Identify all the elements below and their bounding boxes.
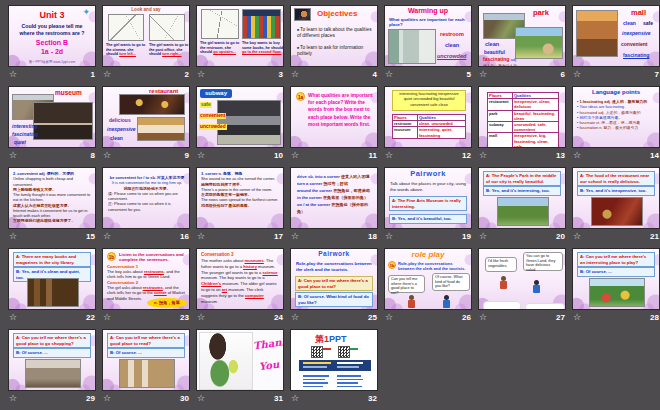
transition-star-icon[interactable]: ☆: [9, 70, 17, 79]
transition-star-icon[interactable]: ☆: [9, 394, 17, 403]
slide-title: role play: [385, 250, 471, 259]
slide-thumbnail-3[interactable]: The girl wants to go to the restroom, sh…: [196, 5, 284, 67]
slide-thumbnail-31[interactable]: Thank You: [196, 329, 284, 391]
phrase-line: in the corner 在角落里（指里面的角）: [297, 195, 375, 202]
caption-left: The girl wants to go to the cinema, she …: [106, 43, 146, 57]
transition-star-icon[interactable]: ☆: [197, 394, 205, 403]
transition-star-icon[interactable]: ☆: [291, 151, 299, 160]
restaurant-photo-1: [119, 94, 185, 115]
slide-number: 6: [561, 70, 565, 79]
slide-thumbnail-1[interactable]: ✦ Unit 3 Could you please tell me where …: [8, 5, 96, 67]
slide-cell-7: mall clean safe inexpensive convenient f…: [572, 5, 660, 81]
transition-star-icon[interactable]: ☆: [479, 313, 487, 322]
transition-star-icon[interactable]: ☆: [385, 232, 393, 241]
transition-star-icon[interactable]: ☆: [573, 232, 581, 241]
slide-number: 22: [86, 313, 95, 322]
slide-thumbnail-11[interactable]: 1a What qualities are important for each…: [290, 86, 378, 148]
slide-thumbnail-12[interactable]: interesting fascinating inexpensive quie…: [384, 86, 472, 148]
transition-star-icon[interactable]: ☆: [103, 151, 111, 160]
slide-thumbnail-16[interactable]: be convenient for / to sb. 对某人来说方便 It is…: [102, 167, 190, 229]
slide-thumbnail-26[interactable]: role play 1b Role-play the conversations…: [384, 248, 472, 310]
slide-cell-17: 3. corner n. 角落，拐角 She waved to me as sh…: [196, 167, 284, 243]
slide-thumbnail-32[interactable]: 第1PPT: [290, 329, 378, 391]
link-text-bar: [337, 382, 358, 384]
phrase-line: around the corner 在拐角处，即将来临: [297, 188, 375, 195]
transition-star-icon[interactable]: ☆: [479, 232, 487, 241]
slide-thumbnail-22[interactable]: A: There are many books and magazines in…: [8, 248, 96, 310]
slide-thumbnail-27[interactable]: I'd like fresh vegetables. You can go to…: [478, 248, 566, 310]
transition-star-icon[interactable]: ☆: [385, 313, 393, 322]
slide-thumbnail-9[interactable]: restaurant delicious inexpensive clean: [102, 86, 190, 148]
transition-star-icon[interactable]: ☆: [291, 394, 299, 403]
slide-thumbnail-23[interactable]: 1b Listen to the conversations and compl…: [102, 248, 190, 310]
phrase-line: turn a corner 拐过弯；好转: [297, 181, 375, 188]
transition-star-icon[interactable]: ☆: [9, 151, 17, 160]
slide-thumbnail-20[interactable]: A: The People's Park in the middle of ou…: [478, 167, 566, 229]
transition-star-icon[interactable]: ☆: [103, 232, 111, 241]
slide-thumbnail-28[interactable]: A: Can you tell me where there's an inte…: [572, 248, 660, 310]
slide-thumbnail-29[interactable]: A: Can you tell me where there's a good …: [8, 329, 96, 391]
transition-star-icon[interactable]: ☆: [197, 70, 205, 79]
slide-thumbnail-13[interactable]: PlacesQualities restaurantinexpensive, c…: [478, 86, 566, 148]
objective-bullet-1: To learn to talk about the qualities of …: [297, 27, 375, 39]
slide-thumbnail-18[interactable]: drive sb. into a corner 使某人陷入困境 turn a c…: [290, 167, 378, 229]
transition-star-icon[interactable]: ☆: [103, 70, 111, 79]
dialog-b: B: Of course. What kind of food do you l…: [295, 292, 373, 307]
slide-thumbnail-4[interactable]: Objectives To learn to talk about the qu…: [290, 5, 378, 67]
transition-star-icon[interactable]: ☆: [291, 232, 299, 241]
dialog-b: B: Of course. ...: [107, 348, 185, 358]
slide-number: 21: [650, 232, 659, 241]
chinese-gloss: 迷人的；极为动人的: [483, 63, 517, 67]
transition-star-icon[interactable]: ☆: [103, 394, 111, 403]
chinese-translation: 消息很快传到了最远的角落。: [201, 203, 281, 208]
transition-star-icon[interactable]: ☆: [385, 151, 393, 160]
table-row: museuminteresting, quiet, fascinating: [393, 127, 466, 138]
example-sentence: She waved to me as she turned the corner…: [201, 176, 281, 181]
link-text-bar: [337, 375, 361, 377]
caption-right-highlight: go to the second floor.: [242, 50, 282, 54]
transition-star-icon[interactable]: ☆: [573, 151, 581, 160]
slide-thumbnail-5[interactable]: Warming up What qualities are important …: [384, 5, 472, 67]
slide-number: 24: [274, 313, 283, 322]
slide-thumbnail-2[interactable]: Look and say The girl wants to go to the…: [102, 5, 190, 67]
slide-thumbnail-15[interactable]: 2. convenient adj. 便利的，方便的 Online shoppi…: [8, 167, 96, 229]
slide-thumbnail-10[interactable]: subway safe convenient uncrowded: [196, 86, 284, 148]
activity-badge: 1b: [107, 252, 116, 261]
slide-thumbnail-7[interactable]: mall clean safe inexpensive convenient f…: [572, 5, 660, 67]
slide-thumbnail-21[interactable]: A: The food of the restaurant near our s…: [572, 167, 660, 229]
slide-number: 19: [462, 232, 471, 241]
transition-star-icon[interactable]: ☆: [197, 151, 205, 160]
transition-star-icon[interactable]: ☆: [9, 313, 17, 322]
transition-star-icon[interactable]: ☆: [197, 313, 205, 322]
slide-thumbnail-30[interactable]: A: Can you tell me where there's a good …: [102, 329, 190, 391]
wrong-example: 误: Please come to see us when you are co…: [108, 191, 186, 202]
transition-star-icon[interactable]: ☆: [291, 70, 299, 79]
word-safe: safe: [643, 20, 653, 26]
transition-star-icon[interactable]: ☆: [103, 313, 111, 322]
transition-star-icon[interactable]: ☆: [197, 232, 205, 241]
slide-thumbnail-14[interactable]: Language points 1.fascinating adj. 迷人的，极…: [572, 86, 660, 148]
transition-star-icon[interactable]: ☆: [573, 70, 581, 79]
slide-thumbnail-19[interactable]: Pairwork Talk about the places in your c…: [384, 167, 472, 229]
transition-star-icon[interactable]: ☆: [9, 232, 17, 241]
slide-thumbnail-17[interactable]: 3. corner n. 角落，拐角 She waved to me as sh…: [196, 167, 284, 229]
transition-star-icon[interactable]: ☆: [385, 70, 393, 79]
transition-star-icon[interactable]: ☆: [291, 313, 299, 322]
transition-star-icon[interactable]: ☆: [479, 151, 487, 160]
slide-thumbnail-6[interactable]: park clean beautiful fascinating adj 迷人的…: [478, 5, 566, 67]
slide-cell-31: Thank You ☆31: [196, 329, 284, 405]
transition-star-icon[interactable]: ☆: [479, 70, 487, 79]
slide-title: Objectives: [317, 9, 357, 18]
slide-cell-21: A: The food of the restaurant near our s…: [572, 167, 660, 243]
slide-thumbnail-8[interactable]: museum interesting fascinating quiet: [8, 86, 96, 148]
roleplay-instructions: Role-play the conversations between the …: [296, 261, 374, 272]
restroom-photo: [388, 29, 436, 64]
banner-text-bar: [337, 362, 363, 364]
transition-star-icon[interactable]: ☆: [573, 313, 581, 322]
answer-blank: history: [243, 264, 257, 269]
slide-cell-4: Objectives To learn to talk about the qu…: [290, 5, 378, 81]
table-row: restaurantinexpensive, clean, delicious: [488, 99, 559, 110]
slide-thumbnail-24[interactable]: Conversation 3 The mother asks about mus…: [196, 248, 284, 310]
caption-right: The girl wants to go to the post office,…: [149, 43, 189, 57]
slide-thumbnail-25[interactable]: Pairwork Role-play the conversations bet…: [290, 248, 378, 310]
